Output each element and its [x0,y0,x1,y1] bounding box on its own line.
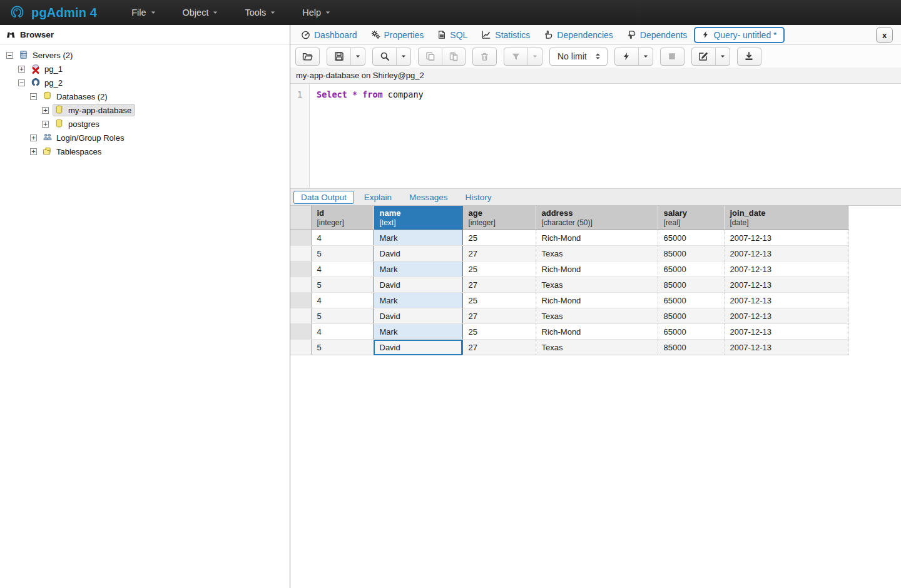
column-header-salary[interactable]: salary[real] [658,206,724,230]
tab-dependents[interactable]: Dependents [620,27,695,43]
cell-salary[interactable]: 65000 [658,261,724,277]
output-tab-history[interactable]: History [458,191,499,204]
tab-sql[interactable]: SQL [430,27,474,43]
cell-salary[interactable]: 85000 [658,277,724,293]
cell-name[interactable]: David [374,308,462,324]
open-file-button[interactable] [296,48,319,65]
save-button[interactable] [327,48,350,65]
cell-salary[interactable]: 65000 [658,230,724,246]
row-handle[interactable] [290,340,311,355]
cell-join_date[interactable]: 2007-12-13 [724,324,848,340]
cell-address[interactable]: Rich-Mond [536,293,658,308]
cell-age[interactable]: 27 [462,308,536,324]
cell-salary[interactable]: 65000 [658,293,724,308]
cell-address[interactable]: Rich-Mond [536,324,658,340]
save-options-button[interactable] [350,48,365,65]
edit-button[interactable] [692,48,715,65]
cell-name[interactable]: Mark [374,261,462,277]
expand-expander[interactable]: + [18,66,25,73]
cell-salary[interactable]: 85000 [658,308,724,324]
row-handle[interactable] [290,246,311,261]
column-header-name[interactable]: name[text] [374,206,462,230]
column-header-address[interactable]: address[character (50)] [536,206,658,230]
cell-address[interactable]: Texas [536,308,658,324]
cell-name[interactable]: Mark [374,324,462,340]
close-panel-button[interactable]: x [876,28,893,43]
tab-dependencies[interactable]: Dependencies [537,27,620,43]
expand-expander[interactable]: + [42,121,49,128]
row-handle[interactable] [290,324,311,340]
tree-item-my-app-database[interactable]: +my-app-database [3,103,290,117]
row-handle[interactable] [290,261,311,277]
find-button[interactable] [373,48,396,65]
cell-id[interactable]: 4 [311,261,374,277]
menu-file[interactable]: File [118,0,169,25]
cell-age[interactable]: 27 [462,277,536,293]
row-handle[interactable] [290,293,311,308]
cell-join_date[interactable]: 2007-12-13 [724,246,848,261]
cell-id[interactable]: 4 [311,230,374,246]
tab-query-untitled-[interactable]: Query- untitled * [694,27,784,43]
tree-item-postgres[interactable]: +postgres [3,117,290,131]
collapse-expander[interactable]: − [18,79,25,86]
output-tab-explain[interactable]: Explain [357,191,399,204]
expand-expander[interactable]: + [42,107,49,114]
cell-address[interactable]: Rich-Mond [536,230,658,246]
cell-id[interactable]: 5 [311,308,374,324]
column-header-age[interactable]: age[integer] [462,206,536,230]
cell-age[interactable]: 25 [462,293,536,308]
sql-code-line[interactable]: Select * from company [310,84,424,188]
cell-name[interactable]: David [374,277,462,293]
tree-item-databases-2-[interactable]: −Databases (2) [3,89,290,103]
tree-item-pg-1[interactable]: +pg_1 [3,62,290,76]
cell-join_date[interactable]: 2007-12-13 [724,230,848,246]
cell-join_date[interactable]: 2007-12-13 [724,277,848,293]
row-limit-select[interactable]: No limit [549,48,608,66]
collapse-expander[interactable]: − [30,93,37,100]
cell-address[interactable]: Texas [536,277,658,293]
cell-salary[interactable]: 85000 [658,246,724,261]
cell-id[interactable]: 5 [311,340,374,355]
find-options-button[interactable] [396,48,410,65]
download-button[interactable] [738,48,761,65]
sql-editor[interactable]: 1 Select * from company [290,84,901,189]
cell-address[interactable]: Texas [536,246,658,261]
cell-salary[interactable]: 65000 [658,324,724,340]
tab-statistics[interactable]: Statistics [474,27,537,43]
cell-age[interactable]: 25 [462,324,536,340]
menu-tools[interactable]: Tools [232,0,289,25]
cell-age[interactable]: 27 [462,340,536,355]
edit-options-button[interactable] [715,48,730,65]
cell-id[interactable]: 4 [311,324,374,340]
menu-object[interactable]: Object [170,0,232,25]
cell-name[interactable]: Mark [374,293,462,308]
cell-address[interactable]: Texas [536,340,658,355]
cell-join_date[interactable]: 2007-12-13 [724,261,848,277]
cell-join_date[interactable]: 2007-12-13 [724,293,848,308]
column-header-id[interactable]: id[integer] [311,206,374,230]
tab-properties[interactable]: Properties [364,27,431,43]
execute-options-button[interactable] [638,48,653,65]
cell-join_date[interactable]: 2007-12-13 [724,308,848,324]
tree-item-tablespaces[interactable]: +Tablespaces [3,144,290,158]
cell-address[interactable]: Rich-Mond [536,261,658,277]
tree-item-servers-2-[interactable]: −Servers (2) [3,48,290,62]
row-handle[interactable] [290,230,311,246]
tree-item-pg-2[interactable]: −pg_2 [3,76,290,89]
cell-salary[interactable]: 85000 [658,340,724,355]
output-tab-data-output[interactable]: Data Output [293,191,354,204]
column-header-join_date[interactable]: join_date[date] [724,206,848,230]
cell-name[interactable]: Mark [374,230,462,246]
row-handle[interactable] [290,308,311,324]
execute-button[interactable] [615,48,638,65]
expand-expander[interactable]: + [30,134,37,141]
cell-age[interactable]: 25 [462,230,536,246]
cell-name[interactable]: David [374,246,462,261]
tab-dashboard[interactable]: Dashboard [294,27,364,43]
collapse-expander[interactable]: − [6,52,13,59]
cell-age[interactable]: 27 [462,246,536,261]
cell-age[interactable]: 25 [462,261,536,277]
expand-expander[interactable]: + [30,148,37,155]
cell-id[interactable]: 5 [311,246,374,261]
menu-help[interactable]: Help [289,0,344,25]
